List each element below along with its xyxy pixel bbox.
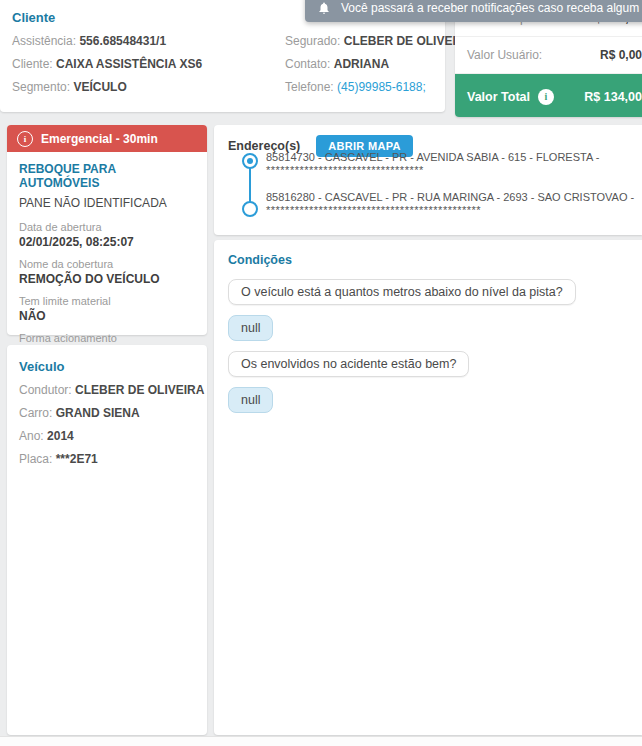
origin-dot-icon — [242, 153, 258, 169]
address-list: 85814730 - CASCAVEL - PR - AVENIDA SABIA… — [266, 151, 634, 231]
field-label: Carro: — [19, 406, 52, 420]
field-value: NÃO — [19, 309, 195, 323]
field-label: Assistência: — [12, 34, 76, 48]
valor-total-row: Valor Total i R$ 134,00 — [455, 74, 642, 117]
destination-dot-icon — [242, 201, 258, 217]
field-label: Condutor: — [19, 383, 72, 397]
info-circle-icon[interactable]: i — [538, 89, 554, 105]
valor-usuario-row: Valor Usuário: R$ 0,00 — [455, 37, 642, 74]
emergency-header-label: Emergencial - 30min — [41, 132, 158, 146]
valor-usuario-label: Valor Usuário: — [467, 48, 542, 62]
address-text: 85816280 - CASCAVEL - PR - RUA MARINGA -… — [266, 191, 634, 204]
condition-question: Os envolvidos no acidente estão bem? — [228, 351, 469, 377]
field-telefone: Telefone: (45)99985-6188; — [285, 76, 473, 99]
address-item-origin: 85814730 - CASCAVEL - PR - AVENIDA SABIA… — [266, 151, 634, 177]
valor-total-value: R$ 134,00 — [584, 90, 642, 104]
condition-answer: null — [228, 315, 273, 341]
valor-total-label: Valor Total — [467, 90, 530, 104]
field-placa: Placa: ***2E71 — [19, 448, 204, 471]
field-label: Nome da cobertura — [19, 258, 195, 270]
field-value: ***2E71 — [56, 452, 98, 466]
field-label: Cliente: — [12, 57, 53, 71]
field-assistencia: Assistência: 556.68548431/1 — [12, 30, 202, 53]
field-label: Segmento: — [12, 80, 70, 94]
address-masked-text: ****************************************… — [266, 204, 634, 217]
field-value: 556.68548431/1 — [79, 34, 166, 48]
field-value: 2014 — [47, 429, 74, 443]
conditions-title: Condições — [228, 253, 628, 267]
field-value: 02/01/2025, 08:25:07 — [19, 235, 195, 249]
vehicle-card-title: Veículo — [19, 359, 65, 374]
notification-toast: Você passará a receber notificações caso… — [305, 0, 642, 22]
field-label: Forma acionamento — [19, 332, 195, 344]
field-carro: Carro: GRAND SIENA — [19, 402, 204, 425]
service-card: i Emergencial - 30min REBOQUE PARA AUTOM… — [7, 125, 207, 335]
bottom-divider — [0, 736, 642, 746]
field-value: GRAND SIENA — [56, 406, 140, 420]
field-condutor: Condutor: CLEBER DE OLIVEIRA — [19, 379, 204, 402]
condition-answer: null — [228, 387, 273, 413]
field-value: ADRIANA — [334, 57, 389, 71]
addresses-card: Endereço(s) ABRIR MAPA 85814730 - CASCAV… — [214, 125, 642, 235]
client-right-column: Segurado: CLEBER DE OLIVEIRA Contato: AD… — [285, 30, 473, 99]
field-label: Telefone: — [285, 80, 334, 94]
field-value: REMOÇÃO DO VEÍCULO — [19, 272, 195, 286]
address-text: 85814730 - CASCAVEL - PR - AVENIDA SABIA… — [266, 151, 634, 164]
conditions-card: Condições O veículo está a quantos metro… — [214, 240, 642, 735]
info-circle-icon: i — [17, 131, 33, 147]
client-card-title: Cliente — [12, 10, 55, 25]
field-label: Ano: — [19, 429, 44, 443]
toast-text: Você passará a receber notificações caso… — [341, 1, 642, 15]
condition-question: O veículo está a quantos metros abaixo d… — [228, 279, 576, 305]
bell-icon — [317, 1, 331, 15]
phone-link[interactable]: (45)99985-6188; — [337, 80, 426, 94]
address-masked-text: ********************************* — [266, 164, 634, 177]
service-name: REBOQUE PARA AUTOMÓVEIS — [19, 162, 195, 190]
field-value: VEÍCULO — [73, 80, 126, 94]
service-problem: PANE NÃO IDENTIFICADA — [19, 196, 195, 210]
field-label: Segurado: — [285, 34, 340, 48]
field-label: Tem limite material — [19, 295, 195, 307]
vehicle-fields: Condutor: CLEBER DE OLIVEIRA Carro: GRAN… — [19, 379, 204, 471]
field-contato: Contato: ADRIANA — [285, 53, 473, 76]
valor-total-label-wrap: Valor Total i — [467, 89, 554, 105]
field-segmento: Segmento: VEÍCULO — [12, 76, 202, 99]
field-label: Placa: — [19, 452, 52, 466]
field-cliente: Cliente: CAIXA ASSISTÊNCIA XS6 — [12, 53, 202, 76]
emergency-header: i Emergencial - 30min — [7, 125, 207, 152]
valor-usuario-value: R$ 0,00 — [600, 48, 642, 62]
address-item-destination: 85816280 - CASCAVEL - PR - RUA MARINGA -… — [266, 191, 634, 217]
field-label: Contato: — [285, 57, 330, 71]
field-ano: Ano: 2014 — [19, 425, 204, 448]
field-segurado: Segurado: CLEBER DE OLIVEIRA — [285, 30, 473, 53]
client-left-column: Assistência: 556.68548431/1 Cliente: CAI… — [12, 30, 202, 99]
field-value: CLEBER DE OLIVEIRA — [344, 34, 473, 48]
field-value: CAIXA ASSISTÊNCIA XS6 — [56, 57, 202, 71]
address-timeline — [242, 153, 258, 217]
conditions-body: Condições O veículo está a quantos metro… — [214, 240, 642, 436]
field-label: Data de abertura — [19, 221, 195, 233]
field-value: CLEBER DE OLIVEIRA — [75, 383, 204, 397]
vehicle-card: Veículo Condutor: CLEBER DE OLIVEIRA Car… — [7, 345, 207, 735]
